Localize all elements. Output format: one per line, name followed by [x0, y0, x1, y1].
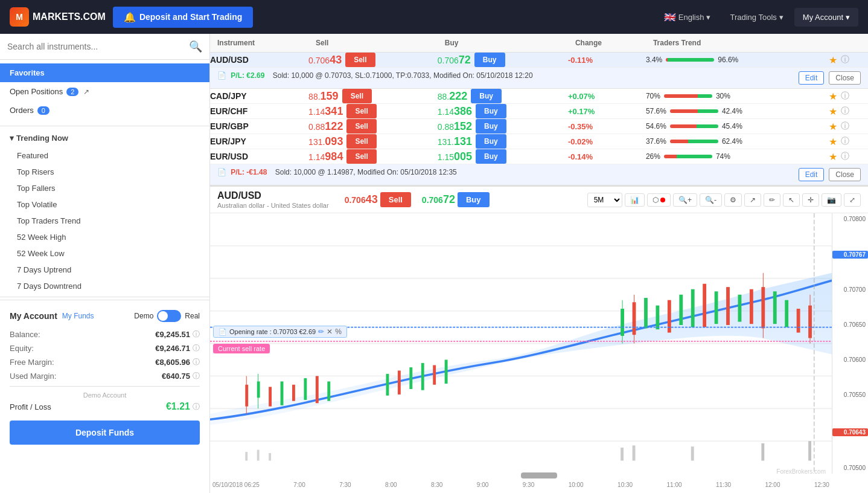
timeframe-select[interactable]: 5M1M15M1H4H1D	[587, 193, 622, 207]
trending-item-featured[interactable]: Featured	[0, 147, 209, 164]
my-account-button[interactable]: My Account ▾	[794, 8, 858, 27]
star-icon[interactable]: ★	[829, 106, 837, 117]
trend-red-pct: 37.6%	[646, 137, 666, 146]
pnl-info-icon[interactable]: ⓘ	[193, 402, 200, 412]
edit-chart-icon[interactable]: ✏	[318, 327, 324, 336]
language-button[interactable]: 🇬🇧 English ▾	[656, 7, 720, 28]
close-button[interactable]: Close	[829, 71, 861, 85]
action-icons: ★ ⓘ	[829, 121, 868, 132]
balance-info-icon[interactable]: ⓘ	[193, 329, 200, 340]
chart-indicator-button[interactable]: ⬡	[647, 193, 671, 207]
info-icon[interactable]: ⓘ	[841, 151, 849, 162]
account-panel: My Account My Funds Demo Real Balance: €…	[0, 300, 209, 454]
buy-button[interactable]: Buy	[471, 89, 502, 103]
star-icon[interactable]: ★	[829, 136, 837, 147]
close-chart-icon[interactable]: ✕	[327, 327, 333, 336]
sell-button[interactable]: Sell	[346, 149, 376, 164]
chart-inst-info: AUD/USD Australian dollar - United State…	[217, 190, 329, 209]
trending-item-top-volatile[interactable]: Top Volatile	[0, 196, 209, 213]
chart-scroll-handle[interactable]	[521, 472, 557, 478]
chart-crosshair-button[interactable]: ✛	[802, 193, 819, 207]
sell-button[interactable]: Sell	[342, 89, 372, 103]
x-label-930: 9:30	[523, 482, 534, 488]
table-row[interactable]: CAD/JPY 88.159 Sell 88.222 Buy +0.07% 70…	[210, 89, 868, 104]
equity-info-icon[interactable]: ⓘ	[193, 343, 200, 353]
chart-trend-button[interactable]: ↗	[744, 193, 761, 207]
trending-item-top-fallers[interactable]: Top Fallers	[0, 180, 209, 196]
chart-zoom-in-button[interactable]: 🔍+	[673, 193, 697, 207]
table-row[interactable]: EUR/JPY 131.093 Sell 131.131 Buy -0.02% …	[210, 134, 868, 149]
chart-sell-button[interactable]: Sell	[380, 192, 411, 207]
trending-item-top-risers[interactable]: Top Risers	[0, 164, 209, 180]
edit-button[interactable]: Edit	[799, 71, 825, 85]
svg-rect-14	[304, 378, 307, 400]
info-icon[interactable]: ⓘ	[841, 91, 849, 102]
free-margin-info-icon[interactable]: ⓘ	[193, 357, 200, 367]
x-label-800: 8:00	[385, 482, 397, 488]
free-margin-value: €8,605.96	[155, 358, 190, 367]
trending-item-52-week-low[interactable]: 52 Week Low	[0, 245, 209, 262]
table-row[interactable]: AUD/USD 0.70643 Sell 0.70672 Buy -0.11% …	[210, 53, 868, 68]
buy-button[interactable]: Buy	[476, 134, 506, 149]
chart-draw-button[interactable]: ✏	[764, 193, 780, 207]
sidebar-item-open-positions[interactable]: Open Positions 2 ↗	[0, 82, 209, 101]
table-row[interactable]: EUR/USD 1.14984 Sell 1.15005 Buy -0.14% …	[210, 149, 868, 164]
sell-button[interactable]: Sell	[346, 119, 376, 134]
search-icon[interactable]: 🔍	[189, 40, 202, 53]
chart-buy-button[interactable]: Buy	[458, 192, 490, 207]
open-positions-badge: 2	[66, 88, 78, 96]
chart-settings-button[interactable]: ⚙	[724, 193, 742, 207]
buy-button[interactable]: Buy	[476, 119, 506, 134]
chart-watermark: ForexBrokers.com	[776, 468, 826, 475]
info-icon[interactable]: ⓘ	[841, 106, 849, 117]
trending-now-header[interactable]: ▾ Trending Now	[0, 129, 209, 147]
buy-button[interactable]: Buy	[476, 149, 506, 164]
percentage-chart-icon[interactable]: %	[335, 327, 342, 336]
my-funds-link[interactable]: My Funds	[62, 312, 94, 320]
equity-label: Equity:	[10, 344, 34, 353]
chart-expand-button[interactable]: ⤢	[844, 193, 861, 207]
buy-button[interactable]: Buy	[476, 104, 506, 118]
trading-tools-button[interactable]: Trading Tools ▾	[721, 8, 791, 27]
action-icons: ★ ⓘ	[829, 54, 868, 66]
sell-button[interactable]: Sell	[345, 53, 375, 67]
chart-cursor-button[interactable]: ↖	[783, 193, 800, 207]
balance-value: €9,245.51	[155, 330, 190, 339]
trending-item-52-week-high[interactable]: 52 Week High	[0, 229, 209, 245]
sidebar-item-favorites[interactable]: Favorites	[0, 63, 209, 82]
search-input[interactable]	[7, 42, 189, 51]
info-icon[interactable]: ⓘ	[841, 136, 849, 147]
buy-button[interactable]: Buy	[474, 53, 505, 67]
demo-real-switch[interactable]	[157, 310, 181, 322]
toggle-knob	[158, 311, 168, 321]
trending-item-7-days-downtrend[interactable]: 7 Days Downtrend	[0, 278, 209, 294]
star-icon[interactable]: ★	[829, 54, 837, 66]
balance-row: Balance: €9,245.51 ⓘ	[10, 329, 200, 340]
chart-camera-button[interactable]: 📷	[822, 193, 841, 207]
action-icons: ★ ⓘ	[829, 91, 868, 102]
logo[interactable]: M MARKETS.COM	[10, 7, 106, 27]
chart-buy-small: 0.706	[422, 195, 443, 205]
sidebar-item-orders[interactable]: Orders 0	[0, 101, 209, 120]
chart-zoom-out-button[interactable]: 🔍-	[700, 193, 722, 207]
trending-item-top-traders-trend[interactable]: Top Traders Trend	[0, 213, 209, 229]
chart-type-button[interactable]: 📊	[625, 193, 645, 207]
sell-button[interactable]: Sell	[346, 104, 376, 118]
svg-rect-51	[633, 445, 636, 460]
trending-item-7-days-uptrend[interactable]: 7 Days Uptrend	[0, 262, 209, 278]
star-icon[interactable]: ★	[829, 121, 837, 132]
star-icon[interactable]: ★	[829, 91, 837, 102]
info-icon[interactable]: ⓘ	[841, 121, 849, 132]
info-icon[interactable]: ⓘ	[841, 54, 849, 65]
chart-opening-rate-annotation[interactable]: 📄 Opening rate : 0.70703 €2.69 ✏ ✕ %	[213, 326, 347, 338]
sell-button[interactable]: Sell	[346, 134, 376, 149]
used-margin-info-icon[interactable]: ⓘ	[193, 371, 200, 381]
close-button[interactable]: Close	[829, 168, 861, 181]
deposit-start-button[interactable]: 🔔 Deposit and Start Trading	[113, 7, 253, 28]
y-label-0.70600: 0.70600	[832, 356, 868, 363]
star-icon[interactable]: ★	[829, 151, 837, 163]
deposit-funds-button[interactable]: Deposit Funds	[10, 420, 200, 445]
table-row[interactable]: EUR/GBP 0.88122 Sell 0.88152 Buy -0.35% …	[210, 119, 868, 134]
table-row[interactable]: EUR/CHF 1.14341 Sell 1.14386 Buy +0.17% …	[210, 104, 868, 119]
edit-button[interactable]: Edit	[799, 168, 825, 181]
